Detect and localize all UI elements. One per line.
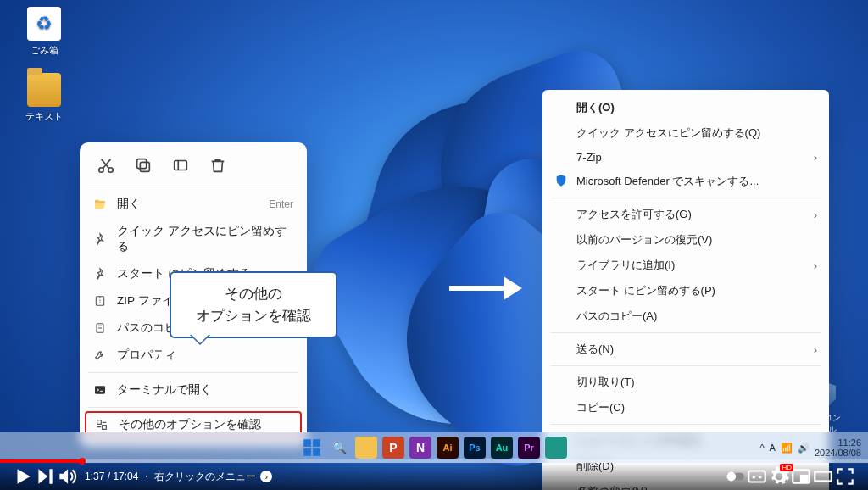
volume-icon[interactable]: 🔊 — [798, 443, 810, 454]
delete-icon[interactable] — [209, 156, 227, 175]
total-time: 17:04 — [113, 471, 138, 482]
theater-button[interactable] — [812, 465, 834, 487]
ime-icon[interactable]: A — [770, 443, 776, 453]
wifi-icon[interactable]: 📶 — [781, 443, 793, 454]
chevron-right-icon: › — [814, 151, 817, 164]
pin-quick-access-item[interactable]: クイック アクセスにピン留めする — [80, 218, 307, 260]
text-folder-icon[interactable]: テキスト — [17, 73, 71, 123]
svg-rect-2 — [140, 162, 149, 171]
chapter-title[interactable]: 右クリックのメニュー — [154, 471, 256, 482]
recycle-icon: ♻ — [27, 7, 61, 41]
current-time: 1:37 — [85, 471, 104, 482]
copy-icon[interactable] — [134, 156, 153, 175]
tray-chevron-icon[interactable]: ^ — [760, 443, 764, 453]
chevron-right-icon: › — [814, 343, 817, 356]
cut-icon[interactable] — [97, 156, 115, 175]
chevron-right-icon: › — [814, 209, 817, 221]
windows-taskbar[interactable]: 🔍 P N Ai Ps Au Pr ^ A 📶 🔊 11:26 2024/08/… — [0, 432, 868, 463]
fullscreen-button[interactable] — [834, 465, 856, 487]
app-icon[interactable] — [545, 437, 567, 459]
quick-action-row — [80, 149, 307, 183]
folder-icon — [27, 73, 61, 107]
recycle-bin-label: ごみ箱 — [17, 44, 71, 57]
callout-bubble: その他の オプションを確認 — [170, 271, 337, 338]
illustrator-icon[interactable]: Ai — [437, 437, 459, 459]
open-item[interactable]: 開く Enter — [80, 191, 307, 218]
recycle-bin-icon[interactable]: ♻ ごみ箱 — [17, 7, 71, 57]
restore-versions-item[interactable]: 以前のバージョンの復元(V) — [542, 227, 829, 253]
copy-path-item[interactable]: パスのコピー(A) — [542, 303, 829, 329]
settings-button[interactable]: HD — [768, 465, 790, 487]
date: 2024/08/08 — [815, 448, 861, 458]
pin-quick-access-item[interactable]: クイック アクセスにピン留めする(Q) — [542, 120, 829, 146]
context-menu-legacy: 開く(O) クイック アクセスにピン留めする(Q) 7-Zip› Microso… — [542, 90, 829, 490]
terminal-icon — [93, 383, 107, 397]
grant-access-item[interactable]: アクセスを許可する(G)› — [542, 202, 829, 227]
quality-badge: HD — [780, 464, 793, 471]
video-player-controls: 1:37 / 17:04 ・ 右クリックのメニュー › HD — [0, 463, 868, 490]
subtitles-button[interactable] — [746, 465, 768, 487]
add-to-library-item[interactable]: ライブラリに追加(I)› — [542, 253, 829, 278]
svg-rect-9 — [103, 426, 107, 430]
svg-rect-7 — [95, 386, 105, 393]
rename-icon[interactable] — [171, 156, 190, 175]
premiere-icon[interactable]: Pr — [518, 437, 540, 459]
svg-rect-18 — [801, 476, 808, 482]
pin-start-item[interactable]: スタート にピン留めする(P) — [542, 278, 829, 303]
search-button[interactable]: 🔍 — [328, 437, 350, 459]
audition-icon[interactable]: Au — [491, 437, 513, 459]
svg-rect-13 — [313, 448, 320, 456]
cut-item[interactable]: 切り取り(T) — [542, 370, 829, 395]
play-button[interactable] — [12, 465, 34, 487]
clock: 11:26 — [815, 437, 861, 448]
arrow-right-icon — [449, 270, 534, 303]
pin-icon — [93, 267, 107, 281]
explorer-icon[interactable] — [355, 437, 377, 459]
seven-zip-item[interactable]: 7-Zip› — [542, 146, 829, 169]
photoshop-icon[interactable]: Ps — [464, 437, 486, 459]
powerpoint-icon[interactable]: P — [382, 437, 404, 459]
next-button[interactable] — [34, 465, 56, 487]
defender-scan-item[interactable]: Microsoft Defender でスキャンする... — [542, 169, 829, 194]
send-to-item[interactable]: 送る(N)› — [542, 337, 829, 362]
autoplay-toggle[interactable] — [724, 465, 746, 487]
svg-point-15 — [726, 472, 736, 482]
pin-icon — [93, 232, 107, 246]
volume-button[interactable] — [56, 465, 78, 487]
zip-icon — [93, 294, 107, 308]
defender-shield-icon — [554, 174, 568, 187]
open-terminal-item[interactable]: ターミナルで開く — [80, 376, 307, 404]
svg-rect-8 — [97, 420, 102, 425]
svg-rect-12 — [303, 448, 311, 456]
svg-rect-3 — [137, 159, 147, 169]
copy-path-icon — [93, 321, 107, 335]
chapter-next-icon[interactable]: › — [260, 471, 272, 482]
chevron-right-icon: › — [814, 259, 817, 272]
onenote-icon[interactable]: N — [409, 437, 431, 459]
svg-rect-16 — [748, 471, 765, 482]
open-item[interactable]: 開く(O) — [542, 95, 829, 120]
svg-rect-11 — [313, 439, 320, 447]
svg-rect-4 — [175, 161, 187, 170]
start-button[interactable] — [301, 437, 323, 459]
folder-label: テキスト — [17, 110, 71, 123]
svg-rect-19 — [815, 472, 832, 482]
folder-open-icon — [93, 198, 107, 211]
more-options-icon — [95, 418, 108, 432]
copy-item[interactable]: コピー(C) — [542, 395, 829, 420]
wrench-icon — [93, 348, 107, 362]
system-tray[interactable]: ^ A 📶 🔊 11:26 2024/08/08 — [760, 437, 861, 458]
svg-rect-10 — [303, 439, 311, 447]
